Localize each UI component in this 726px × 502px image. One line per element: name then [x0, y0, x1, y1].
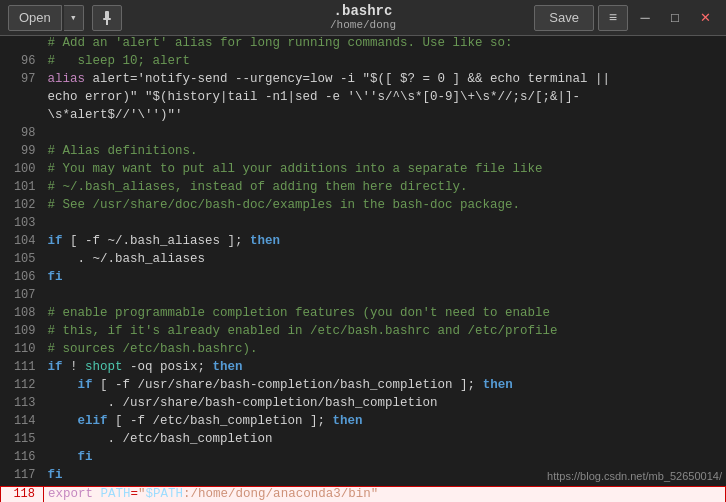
- line-number: 104: [1, 234, 44, 252]
- pin-icon: [99, 10, 115, 26]
- titlebar-right: Save ≡ ─ □ ✕: [534, 5, 718, 31]
- line-code: fi: [44, 450, 726, 468]
- minimize-button[interactable]: ─: [632, 5, 658, 31]
- table-row: 108# enable programmable completion feat…: [1, 306, 726, 324]
- line-code: export PATH="$PATH:/home/dong/anaconda3/…: [44, 486, 726, 502]
- table-row: 99# Alias definitions.: [1, 144, 726, 162]
- code-editor[interactable]: # Add an 'alert' alias for long running …: [0, 36, 726, 502]
- table-row: 104if [ -f ~/.bash_aliases ]; then: [1, 234, 726, 252]
- line-number: 118: [1, 486, 44, 502]
- line-code: if [ -f /usr/share/bash-completion/bash_…: [44, 378, 726, 396]
- menu-button[interactable]: ≡: [598, 5, 628, 31]
- line-number: 111: [1, 360, 44, 378]
- line-code: [44, 216, 726, 234]
- code-table: # Add an 'alert' alias for long running …: [0, 36, 726, 502]
- line-code: # Add an 'alert' alias for long running …: [44, 36, 726, 54]
- table-row: 96# sleep 10; alert: [1, 54, 726, 72]
- table-row: 113 . /usr/share/bash-completion/bash_co…: [1, 396, 726, 414]
- table-row: 103: [1, 216, 726, 234]
- pin-button[interactable]: [92, 5, 122, 31]
- table-row: 106fi: [1, 270, 726, 288]
- line-code: elif [ -f /etc/bash_completion ]; then: [44, 414, 726, 432]
- table-row: 102# See /usr/share/doc/bash-doc/example…: [1, 198, 726, 216]
- table-row: echo error)" "$(history|tail -n1|sed -e …: [1, 90, 726, 108]
- line-code: fi: [44, 270, 726, 288]
- open-button[interactable]: Open: [8, 5, 62, 31]
- line-code: # You may want to put all your additions…: [44, 162, 726, 180]
- line-number: 102: [1, 198, 44, 216]
- table-row: 98: [1, 126, 726, 144]
- watermark: https://blog.csdn.net/mb_52650014/: [547, 470, 722, 482]
- line-number: [1, 90, 44, 108]
- table-row: 97alias alert='notify-send --urgency=low…: [1, 72, 726, 90]
- line-code: . ~/.bash_aliases: [44, 252, 726, 270]
- close-button[interactable]: ✕: [692, 5, 718, 31]
- titlebar: Open ▾ .bashrc /home/dong Save ≡ ─ □ ✕: [0, 0, 726, 36]
- table-row: 101# ~/.bash_aliases, instead of adding …: [1, 180, 726, 198]
- line-number: 113: [1, 396, 44, 414]
- line-number: [1, 36, 44, 54]
- line-number: 107: [1, 288, 44, 306]
- line-number: 109: [1, 324, 44, 342]
- line-number: 108: [1, 306, 44, 324]
- line-code: if [ -f ~/.bash_aliases ]; then: [44, 234, 726, 252]
- line-code: alias alert='notify-send --urgency=low -…: [44, 72, 726, 90]
- line-code: # See /usr/share/doc/bash-doc/examples i…: [44, 198, 726, 216]
- svg-rect-1: [103, 18, 111, 20]
- svg-rect-2: [106, 20, 108, 25]
- line-number: 103: [1, 216, 44, 234]
- table-row: 112 if [ -f /usr/share/bash-completion/b…: [1, 378, 726, 396]
- line-number: 116: [1, 450, 44, 468]
- line-number: 97: [1, 72, 44, 90]
- table-row: 100# You may want to put all your additi…: [1, 162, 726, 180]
- line-code: # sources /etc/bash.bashrc).: [44, 342, 726, 360]
- table-row: 114 elif [ -f /etc/bash_completion ]; th…: [1, 414, 726, 432]
- line-code: # sleep 10; alert: [44, 54, 726, 72]
- table-row: 115 . /etc/bash_completion: [1, 432, 726, 450]
- table-row: 109# this, if it's already enabled in /e…: [1, 324, 726, 342]
- svg-rect-0: [105, 11, 109, 19]
- table-row: 116 fi: [1, 450, 726, 468]
- line-code: . /usr/share/bash-completion/bash_comple…: [44, 396, 726, 414]
- line-number: 110: [1, 342, 44, 360]
- table-row: 110# sources /etc/bash.bashrc).: [1, 342, 726, 360]
- table-row: 118export PATH="$PATH:/home/dong/anacond…: [1, 486, 726, 502]
- line-code: # Alias definitions.: [44, 144, 726, 162]
- file-path: /home/dong: [330, 19, 396, 32]
- line-code: . /etc/bash_completion: [44, 432, 726, 450]
- table-row: 111if ! shopt -oq posix; then: [1, 360, 726, 378]
- line-number: 98: [1, 126, 44, 144]
- table-row: # Add an 'alert' alias for long running …: [1, 36, 726, 54]
- line-code: # this, if it's already enabled in /etc/…: [44, 324, 726, 342]
- table-row: 105 . ~/.bash_aliases: [1, 252, 726, 270]
- titlebar-center: .bashrc /home/dong: [330, 3, 396, 33]
- line-code: \s*alert$//'\'')"': [44, 108, 726, 126]
- line-code: [44, 288, 726, 306]
- line-number: [1, 108, 44, 126]
- line-code: # enable programmable completion feature…: [44, 306, 726, 324]
- line-number: 101: [1, 180, 44, 198]
- line-code: [44, 126, 726, 144]
- line-number: 96: [1, 54, 44, 72]
- line-number: 99: [1, 144, 44, 162]
- line-code: echo error)" "$(history|tail -n1|sed -e …: [44, 90, 726, 108]
- titlebar-left: Open ▾: [8, 5, 122, 31]
- open-dropdown-button[interactable]: ▾: [64, 5, 84, 31]
- line-number: 115: [1, 432, 44, 450]
- file-name: .bashrc: [330, 3, 396, 20]
- line-number: 105: [1, 252, 44, 270]
- table-row: \s*alert$//'\'')"': [1, 108, 726, 126]
- line-number: 106: [1, 270, 44, 288]
- line-number: 112: [1, 378, 44, 396]
- line-code: # ~/.bash_aliases, instead of adding the…: [44, 180, 726, 198]
- line-number: 100: [1, 162, 44, 180]
- maximize-button[interactable]: □: [662, 5, 688, 31]
- line-code: if ! shopt -oq posix; then: [44, 360, 726, 378]
- line-number: 114: [1, 414, 44, 432]
- save-button[interactable]: Save: [534, 5, 594, 31]
- table-row: 107: [1, 288, 726, 306]
- line-number: 117: [1, 468, 44, 486]
